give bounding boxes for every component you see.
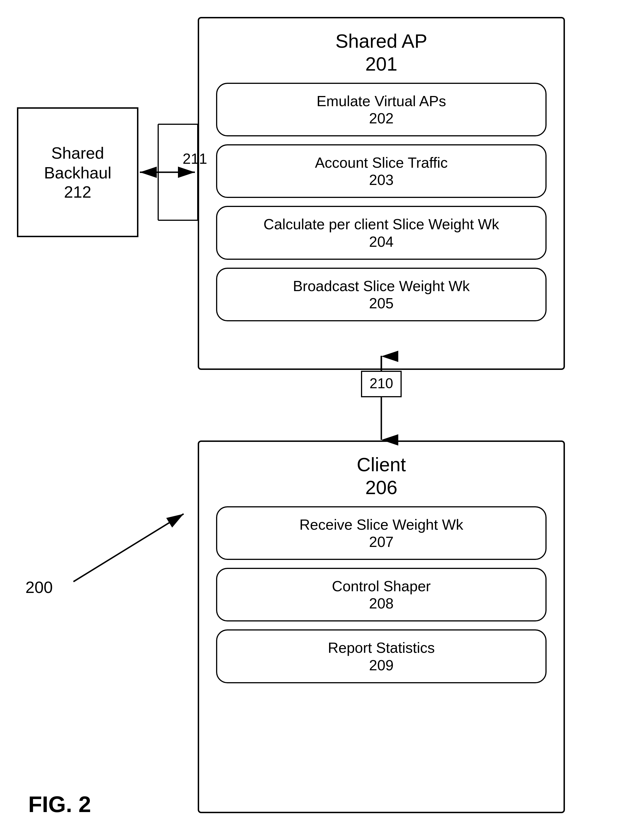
broadcast-slice-weight-title: Broadcast Slice Weight Wk	[223, 277, 540, 295]
account-slice-traffic-box: Account Slice Traffic 203	[216, 144, 546, 198]
figure-label: FIG. 2	[28, 792, 91, 817]
svg-text:210: 210	[369, 376, 393, 391]
client-title: Client	[199, 453, 563, 476]
shared-ap-number: 201	[199, 53, 563, 75]
broadcast-slice-weight-number: 205	[223, 295, 540, 312]
broadcast-slice-weight-box: Broadcast Slice Weight Wk 205	[216, 267, 546, 321]
svg-line-16	[74, 514, 184, 582]
svg-rect-11	[361, 371, 401, 397]
backhaul-box: SharedBackhaul 212	[17, 107, 138, 237]
control-shaper-title: Control Shaper	[223, 577, 540, 595]
client-number: 206	[199, 476, 563, 498]
shared-ap-title: Shared AP	[199, 30, 563, 53]
svg-text:200: 200	[26, 578, 53, 597]
account-slice-traffic-title: Account Slice Traffic	[223, 154, 540, 171]
receive-slice-weight-box: Receive Slice Weight Wk 207	[216, 506, 546, 560]
backhaul-number: 212	[64, 182, 92, 201]
client-box: Client 206 Receive Slice Weight Wk 207 C…	[198, 440, 565, 813]
control-shaper-box: Control Shaper 208	[216, 568, 546, 621]
calculate-slice-weight-box: Calculate per client Slice Weight Wk 204	[216, 206, 546, 260]
report-statistics-title: Report Statistics	[223, 639, 540, 657]
calculate-slice-weight-title: Calculate per client Slice Weight Wk	[223, 215, 540, 233]
calculate-slice-weight-number: 204	[223, 233, 540, 250]
emulate-virtual-aps-title: Emulate Virtual APs	[223, 92, 540, 110]
control-shaper-number: 208	[223, 595, 540, 612]
diagram-container: Shared AP 201 Emulate Virtual APs 202 Ac…	[0, 0, 620, 840]
emulate-virtual-aps-number: 202	[223, 110, 540, 127]
backhaul-title: SharedBackhaul	[44, 143, 111, 182]
report-statistics-number: 209	[223, 657, 540, 674]
account-slice-traffic-number: 203	[223, 171, 540, 188]
report-statistics-box: Report Statistics 209	[216, 630, 546, 683]
shared-ap-box: Shared AP 201 Emulate Virtual APs 202 Ac…	[198, 17, 565, 370]
emulate-virtual-aps-box: Emulate Virtual APs 202	[216, 83, 546, 137]
receive-slice-weight-number: 207	[223, 533, 540, 550]
receive-slice-weight-title: Receive Slice Weight Wk	[223, 516, 540, 533]
